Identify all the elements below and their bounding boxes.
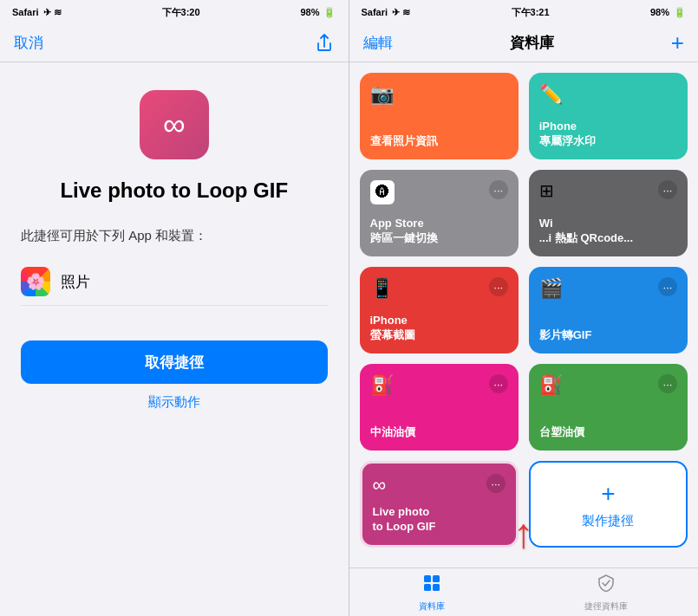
left-status-bar: Safari ✈ ≋ 下午3:20 98% 🔋 bbox=[0, 0, 349, 24]
card-header: ∞ ··· bbox=[373, 474, 506, 496]
card-label: App Store跨區一鍵切換 bbox=[370, 217, 508, 246]
shortcut-card-watermark[interactable]: ✏️ iPhone專屬浮水印 bbox=[529, 73, 688, 159]
svg-rect-3 bbox=[433, 584, 440, 591]
cancel-button[interactable]: 取消 bbox=[14, 33, 43, 53]
card-label: iPhone螢幕截圖 bbox=[370, 314, 508, 343]
shortcuts-library-tab-label: 捷徑資料庫 bbox=[584, 600, 628, 613]
make-label: 製作捷徑 bbox=[582, 513, 634, 529]
tab-shortcuts-library[interactable]: 捷徑資料庫 bbox=[584, 573, 628, 613]
right-battery: 98% bbox=[650, 7, 669, 17]
add-shortcut-button[interactable]: + bbox=[671, 29, 684, 56]
left-carrier: Safari bbox=[12, 7, 39, 17]
left-battery-icon: 🔋 bbox=[323, 7, 336, 18]
photos-label: 照片 bbox=[61, 272, 90, 292]
right-status-bar: Safari ✈ ≋ 下午3:21 98% 🔋 bbox=[349, 0, 699, 24]
appstore-icon: 🅐 bbox=[370, 180, 395, 204]
right-carrier: Safari bbox=[362, 7, 388, 17]
card-header: 🅐 ··· bbox=[370, 180, 508, 204]
left-nav-bar: 取消 bbox=[0, 24, 349, 62]
more-button[interactable]: ··· bbox=[486, 474, 506, 493]
right-status-right: 98% 🔋 bbox=[650, 7, 686, 18]
left-time: 下午3:20 bbox=[162, 6, 200, 19]
more-button[interactable]: ··· bbox=[658, 277, 677, 296]
left-panel: Safari ✈ ≋ 下午3:20 98% 🔋 取消 ∞ Live photo … bbox=[0, 0, 349, 616]
more-button[interactable]: ··· bbox=[489, 180, 508, 199]
app-icon: ∞ bbox=[140, 90, 209, 159]
library-tab-icon bbox=[421, 573, 442, 599]
app-title: Live photo to Loop GIF bbox=[26, 177, 323, 204]
shortcut-card-live-gif[interactable]: ∞ ··· Live phototo Loop GIF bbox=[360, 461, 519, 548]
card-icon: ⛽ bbox=[370, 374, 394, 397]
card-header: 📱 ··· bbox=[370, 277, 508, 300]
svg-rect-2 bbox=[424, 584, 431, 591]
edit-button[interactable]: 編輯 bbox=[363, 33, 393, 53]
more-button[interactable]: ··· bbox=[658, 374, 677, 393]
tab-bar: 資料庫 捷徑資料庫 bbox=[349, 567, 699, 616]
app-icon-symbol: ∞ bbox=[163, 107, 186, 143]
tab-library[interactable]: 資料庫 bbox=[419, 573, 445, 613]
card-icon: ✏️ bbox=[539, 83, 563, 106]
card-icon: 🎬 bbox=[539, 277, 563, 300]
shortcuts-grid: 📷 查看照片資訊 ✏️ iPhone專屬浮水印 🅐 ··· App Store跨… bbox=[349, 62, 699, 558]
shortcut-card-screenshot[interactable]: 📱 ··· iPhone螢幕截圖 bbox=[360, 267, 519, 353]
shortcut-card-appstore[interactable]: 🅐 ··· App Store跨區一鍵切換 bbox=[360, 170, 519, 256]
card-label: Live phototo Loop GIF bbox=[373, 505, 506, 535]
app-description: 此捷徑可用於下列 App 和裝置： bbox=[21, 228, 328, 244]
card-header: ⊞ ··· bbox=[539, 180, 677, 201]
shortcut-card-formosa[interactable]: ⛽ ··· 台塑油價 bbox=[529, 364, 688, 451]
right-time: 下午3:21 bbox=[512, 6, 550, 19]
shortcut-card-make[interactable]: + 製作捷徑 bbox=[529, 461, 688, 548]
compatible-apps-list: 🌸 照片 bbox=[21, 258, 328, 306]
card-label: 中油油價 bbox=[370, 425, 508, 440]
right-panel: Safari ✈ ≋ 下午3:21 98% 🔋 編輯 資料庫 + 📷 查看照片資… bbox=[349, 0, 699, 616]
make-content: + 製作捷徑 bbox=[541, 473, 675, 535]
card-icon: 📱 bbox=[370, 277, 394, 300]
card-header: 📷 bbox=[370, 83, 508, 106]
more-button[interactable]: ··· bbox=[658, 180, 677, 199]
card-header: ⛽ ··· bbox=[370, 374, 508, 397]
card-label: 影片轉GIF bbox=[539, 328, 677, 343]
left-status-right: 98% 🔋 bbox=[300, 7, 336, 18]
shortcuts-grid-wrapper: 📷 查看照片資訊 ✏️ iPhone專屬浮水印 🅐 ··· App Store跨… bbox=[349, 62, 699, 567]
card-icon: ⊞ bbox=[539, 180, 554, 201]
right-nav-bar: 編輯 資料庫 + bbox=[349, 24, 699, 62]
library-title: 資料庫 bbox=[510, 33, 554, 53]
card-header: 🎬 ··· bbox=[539, 277, 677, 300]
show-actions-link[interactable]: 顯示動作 bbox=[0, 394, 349, 411]
shortcut-card-video-gif[interactable]: 🎬 ··· 影片轉GIF bbox=[529, 267, 688, 353]
card-label: 查看照片資訊 bbox=[370, 134, 508, 149]
right-status-left: Safari ✈ ≋ bbox=[362, 7, 411, 18]
card-icon: ∞ bbox=[373, 474, 387, 496]
card-label: iPhone專屬浮水印 bbox=[539, 120, 677, 149]
shortcut-card-sinopec[interactable]: ⛽ ··· 中油油價 bbox=[360, 364, 519, 451]
share-button[interactable] bbox=[314, 33, 335, 54]
more-button[interactable]: ··· bbox=[489, 374, 508, 393]
card-header: ✏️ bbox=[539, 83, 677, 106]
svg-rect-0 bbox=[424, 575, 431, 582]
more-button[interactable]: ··· bbox=[489, 277, 508, 296]
photos-icon: 🌸 bbox=[21, 267, 50, 296]
card-header: ⛽ ··· bbox=[539, 374, 677, 397]
make-plus-icon: + bbox=[601, 480, 615, 508]
card-label: 台塑油價 bbox=[539, 425, 677, 440]
shortcut-card-view-info[interactable]: 📷 查看照片資訊 bbox=[360, 73, 519, 159]
right-wifi-icon: ✈ ≋ bbox=[392, 7, 410, 18]
card-icon: 📷 bbox=[370, 83, 394, 106]
library-tab-label: 資料庫 bbox=[419, 600, 445, 613]
right-battery-icon: 🔋 bbox=[674, 7, 686, 18]
shortcut-card-wifi-qr[interactable]: ⊞ ··· Wi...i 熱點 QRcode... bbox=[529, 170, 688, 256]
svg-rect-1 bbox=[433, 575, 440, 582]
left-wifi-icon: ✈ ≋ bbox=[43, 7, 62, 18]
card-label: Wi...i 熱點 QRcode... bbox=[539, 217, 677, 246]
get-shortcut-button[interactable]: 取得捷徑 bbox=[21, 340, 328, 384]
left-battery: 98% bbox=[300, 7, 319, 17]
left-status-left: Safari ✈ ≋ bbox=[12, 7, 62, 18]
app-row-photos: 🌸 照片 bbox=[21, 258, 328, 306]
card-icon: ⛽ bbox=[539, 374, 563, 397]
shortcuts-library-tab-icon bbox=[596, 573, 616, 599]
app-icon-area: ∞ bbox=[0, 90, 349, 159]
